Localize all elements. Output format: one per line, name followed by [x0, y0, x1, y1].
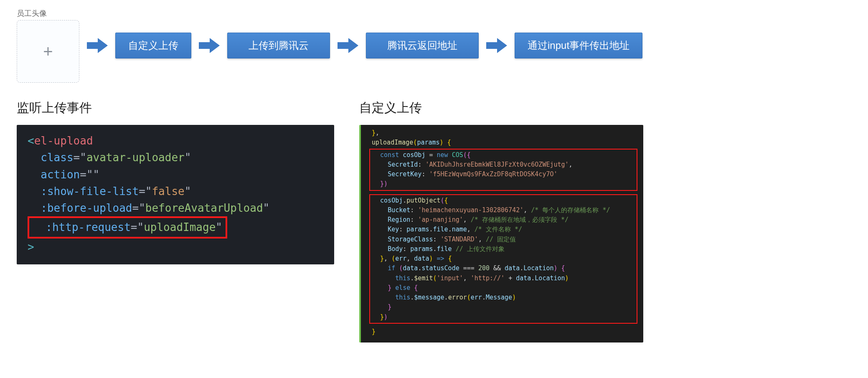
- flow-row: 员工头像 + 自定义上传 上传到腾讯云 腾讯云返回地址 通过input事件传出地…: [17, 8, 851, 83]
- avatar-upload-box[interactable]: +: [17, 20, 79, 83]
- arrow-icon: [87, 37, 108, 54]
- flow-step-emit-input: 通过input事件传出地址: [515, 33, 642, 58]
- arrow-icon: [338, 37, 358, 54]
- sections-row: 监听上传事件 <el-upload class="avatar-uploader…: [17, 99, 851, 342]
- highlight-cos-credentials: const cosObj = new COS({ SecretId: 'AKID…: [369, 149, 637, 191]
- flow-step-return-url: 腾讯云返回地址: [366, 33, 479, 58]
- avatar-upload-block: 员工头像 +: [17, 8, 79, 83]
- code-block-el-upload: <el-upload class="avatar-uploader" actio…: [17, 125, 334, 264]
- flow-step-custom-upload: 自定义上传: [115, 33, 191, 58]
- section-title-right: 自定义上传: [359, 99, 643, 117]
- code-block-upload-image: }, uploadImage(params) { const cosObj = …: [359, 125, 643, 342]
- arrow-icon: [486, 37, 507, 54]
- section-title-left: 监听上传事件: [17, 99, 334, 117]
- plus-icon: +: [43, 42, 53, 61]
- flow-step-upload-cloud: 上传到腾讯云: [227, 33, 330, 58]
- highlight-put-object: cosObj.putObject({ Bucket: 'heimachenxuy…: [369, 194, 637, 324]
- section-custom-upload: 自定义上传 }, uploadImage(params) { const cos…: [359, 99, 643, 342]
- arrow-icon: [199, 37, 220, 54]
- avatar-label: 员工头像: [17, 8, 47, 18]
- highlight-http-request: :http-request="uploadImage": [28, 216, 227, 238]
- section-listen-upload: 监听上传事件 <el-upload class="avatar-uploader…: [17, 99, 334, 264]
